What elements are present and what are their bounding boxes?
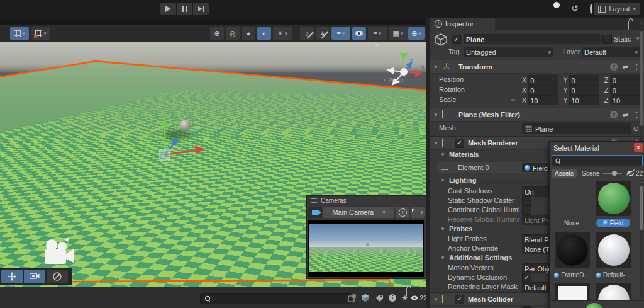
tag-dropdown[interactable]: Untagged▾ [464, 47, 553, 57]
layout-dropdown[interactable]: Layout ▾ [594, 3, 640, 15]
material-thumb-field[interactable] [596, 181, 631, 216]
play-button[interactable] [160, 3, 176, 15]
mesh-object-field[interactable]: Plane [522, 123, 631, 134]
scrollbar-thumb[interactable] [640, 31, 643, 126]
gameobject-name-field[interactable]: Plane [464, 34, 601, 44]
link-scale-icon[interactable]: ∞ [511, 96, 515, 103]
transform-gizmo[interactable] [145, 106, 214, 169]
drag-handle-icon[interactable] [441, 166, 448, 170]
help-icon[interactable]: ? [610, 111, 618, 118]
foldout-icon[interactable]: ▼ [433, 112, 440, 118]
foldout-icon[interactable]: ▼ [433, 140, 440, 146]
contribute-gi-checkbox[interactable] [522, 205, 531, 215]
lock-icon[interactable] [628, 21, 629, 29]
camera-settings-button[interactable]: ▦▾ [389, 27, 408, 40]
history-icon[interactable]: ↺ [571, 3, 579, 13]
layer-dropdown[interactable]: Default▾ [582, 47, 640, 57]
scene-view[interactable]: ▾ ▾ ⊕ ◎ ● ◐ ☀▾ ♪ ∗ ≡▾ ≡▾ ▦▾ ⊕▾ [0, 18, 426, 287]
pause-button[interactable] [177, 3, 192, 15]
camera-fullscreen-button[interactable]: ▾ [411, 207, 425, 218]
material-thumb-default[interactable] [596, 232, 631, 268]
audio-mute-button[interactable]: ♪ [300, 27, 314, 40]
grid-visibility-button[interactable]: ≡▾ [368, 27, 387, 40]
pivot-mode-button[interactable]: ⊕ [210, 27, 224, 40]
tab-scene[interactable]: Scene [582, 170, 599, 177]
slider-thumb[interactable] [612, 171, 617, 176]
foldout-icon[interactable]: ▼ [433, 297, 440, 302]
lighting-toggle[interactable]: ☀▾ [273, 27, 292, 40]
prefab-asset-icon[interactable] [360, 293, 371, 303]
tag-icon[interactable] [374, 293, 385, 303]
hidden-count-eye[interactable]: 22 [410, 293, 428, 303]
console-info-icon[interactable]: i [387, 293, 398, 303]
position-x-field[interactable]: 0 [528, 75, 558, 85]
search-input[interactable] [214, 295, 348, 303]
camera-type-button[interactable] [308, 207, 322, 218]
shaded-mode-button[interactable]: ● [242, 27, 255, 40]
position-z-field[interactable]: 0 [610, 75, 640, 85]
tool-handle-button[interactable]: ▾ [10, 27, 29, 40]
foldout-icon[interactable]: ▼ [433, 64, 440, 70]
view-2d-toggle[interactable]: ◐ [257, 27, 271, 40]
step-button[interactable] [193, 3, 209, 15]
globe-icon: ◎ [230, 30, 236, 38]
static-flags-dropdown[interactable]: ▾ [636, 35, 640, 42]
overlay-menu-icon[interactable]: ≡ [375, 40, 379, 48]
thumbnail-size-slider[interactable] [603, 173, 621, 174]
dynamic-occlusion-checkbox[interactable]: ✓ [522, 273, 531, 282]
view-pan-tool[interactable] [1, 270, 23, 283]
material-item-framedebug[interactable]: FrameD... [552, 271, 591, 278]
scale-y-field[interactable]: 10 [569, 95, 599, 105]
material-item-none[interactable]: None [552, 220, 591, 227]
material-item-default[interactable]: Default-... [594, 271, 633, 278]
material-search-field[interactable] [552, 155, 643, 166]
position-y-field[interactable]: 0 [569, 75, 599, 85]
camera-info-button[interactable]: i [396, 207, 409, 218]
project-search-field[interactable] [200, 293, 352, 304]
camera-select-dropdown[interactable]: Main Camera ▾ [323, 207, 394, 218]
tab-assets[interactable]: Assets [552, 169, 577, 178]
static-shadow-checkbox[interactable] [522, 196, 531, 205]
perspective-label[interactable]: < Persp [384, 77, 403, 83]
gizmos-button[interactable]: ⊕▾ [408, 27, 425, 40]
axis-x-label: x [421, 64, 425, 71]
snap-settings-button[interactable]: ▾ [31, 27, 50, 40]
help-icon[interactable]: ? [610, 63, 618, 71]
compass-tool[interactable] [47, 270, 68, 283]
scroll-up-icon[interactable]: ▲ [640, 180, 643, 185]
mesh-collider-enabled-checkbox[interactable]: ✓ [455, 295, 464, 304]
drag-handle-icon[interactable] [311, 198, 317, 203]
close-button[interactable]: x [634, 143, 643, 152]
kebab-menu-icon[interactable]: ⋮ [638, 20, 644, 28]
scrollbar-thumb[interactable] [640, 186, 643, 230]
info-icon: i [435, 20, 442, 28]
mesh-renderer-enabled-checkbox[interactable]: ✓ [455, 139, 464, 148]
presets-icon[interactable]: ⇌ [623, 63, 628, 71]
tab-inspector[interactable]: i Inspector [430, 18, 495, 30]
hidden-eye-icon[interactable] [627, 171, 634, 176]
object-picker-icon[interactable]: ⊙ [633, 125, 639, 133]
static-checkbox[interactable] [602, 35, 612, 44]
presets-icon[interactable]: ⇌ [623, 111, 628, 119]
open-new-window-icon[interactable] [346, 293, 357, 303]
camera-view-tool[interactable] [24, 270, 45, 283]
scale-x-field[interactable]: 10 [528, 95, 558, 105]
material-item-field[interactable]: Field [596, 219, 630, 227]
rotation-x-field[interactable]: 0 [528, 85, 558, 95]
scene-visibility-button[interactable] [352, 27, 366, 40]
material-thumb-framedebug[interactable] [555, 232, 590, 268]
search-icon[interactable] [590, 5, 592, 13]
rotation-y-field[interactable]: 0 [569, 85, 599, 95]
panel-divider[interactable] [426, 18, 430, 308]
camera-gizmo-icon[interactable] [42, 237, 77, 268]
rotation-z-field[interactable]: 0 [610, 85, 640, 95]
favorites-star-icon[interactable]: ★ [399, 293, 411, 303]
scale-z-field[interactable]: 10 [610, 95, 640, 105]
mesh-filter-header[interactable]: ▼ Plane (Mesh Filter) ? ⇌ ⋮ [430, 108, 644, 122]
transform-header[interactable]: ▼ Transform ? ⇌ ⋮ [430, 60, 644, 74]
popup-scrollbar[interactable] [640, 180, 643, 299]
pivot-rotation-button[interactable]: ◎ [226, 27, 240, 40]
effects-mute-button[interactable]: ∗ [316, 27, 330, 40]
hidden-layers-button[interactable]: ≡▾ [331, 27, 350, 40]
gameobject-enabled-checkbox[interactable]: ✓ [452, 35, 461, 44]
